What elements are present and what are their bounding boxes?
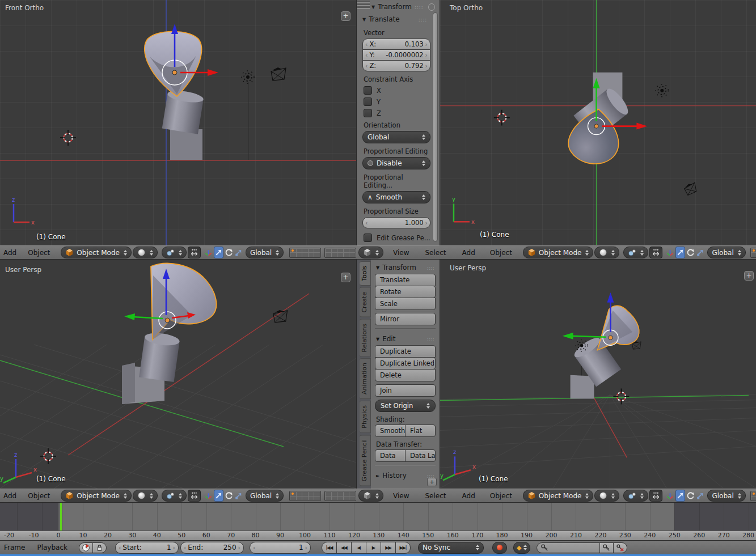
duplicate-linked-button[interactable]: Duplicate Linked: [375, 357, 436, 370]
playback-button-0[interactable]: |◀◀: [322, 542, 337, 554]
decrement-icon[interactable]: ‹: [119, 544, 121, 551]
current-frame-marker[interactable]: [60, 503, 62, 530]
cylinder-object[interactable]: [139, 331, 180, 382]
editor-type-dropdown[interactable]: [358, 490, 383, 502]
viewport-front-ortho[interactable]: z x Front Ortho (1) Cone +: [0, 0, 356, 245]
viewport-top-ortho[interactable]: y x Top Ortho (1) Cone: [440, 0, 756, 245]
auto-keyframe-button[interactable]: [492, 542, 507, 554]
decrement-icon[interactable]: ‹: [365, 52, 368, 58]
viewport-top-canvas[interactable]: y x: [440, 0, 756, 245]
sidebar-expand-button[interactable]: +: [341, 11, 350, 21]
playback-button-3[interactable]: ▶: [366, 542, 381, 554]
decrement-icon[interactable]: ‹: [365, 41, 368, 48]
decrement-icon[interactable]: ‹: [365, 220, 368, 226]
cone-object-selected[interactable]: [151, 264, 216, 339]
orientation-dropdown[interactable]: Global: [246, 490, 284, 502]
sync-dropdown[interactable]: No Sync: [418, 542, 484, 554]
menu-add[interactable]: Add: [2, 492, 22, 500]
vector-y-field[interactable]: ‹ Y: -0.0000002 ›: [362, 49, 430, 61]
playback-button-5[interactable]: ▶▶|: [395, 542, 411, 554]
keying-set-field[interactable]: [537, 542, 600, 553]
orientation-select[interactable]: Global: [362, 131, 430, 143]
mode-dropdown[interactable]: Object Mode: [61, 490, 132, 502]
move-manipulator[interactable]: [563, 292, 618, 345]
toolshelf-tab-animation[interactable]: Animation: [360, 358, 371, 399]
panel-header-translate[interactable]: ▼ Translate ::::: [357, 12, 440, 25]
menu-add[interactable]: Add: [457, 492, 480, 500]
pivot-point-dropdown[interactable]: [162, 490, 187, 502]
playback-button-2[interactable]: ◀: [351, 542, 366, 554]
playback-button-4[interactable]: ▶▶: [381, 542, 396, 554]
manipulator-translate-button[interactable]: [214, 247, 223, 258]
decrement-icon[interactable]: ‹: [184, 544, 186, 551]
manipulator-scale-button[interactable]: [696, 490, 704, 502]
checkbox-x[interactable]: [364, 86, 372, 95]
viewport-persp-left[interactable]: z x y User Persp (1) Cone +: [0, 260, 356, 489]
toolshelf-tab-physics[interactable]: Physics: [360, 401, 371, 433]
orientation-dropdown[interactable]: Global: [246, 247, 284, 258]
proportional-size-field[interactable]: ‹ 1.000 ›: [362, 217, 430, 228]
camera-object[interactable]: [683, 182, 698, 196]
menu-select[interactable]: Select: [420, 492, 451, 500]
orientation-dropdown[interactable]: Global: [707, 490, 745, 502]
menu-object[interactable]: Object: [23, 249, 55, 257]
add-panel-button[interactable]: +: [427, 478, 437, 486]
increment-icon[interactable]: ›: [173, 544, 175, 551]
insert-keyframe-button[interactable]: [599, 542, 614, 553]
delete-keyframe-button[interactable]: [613, 542, 627, 553]
orientation-dropdown[interactable]: Global: [707, 247, 745, 258]
translate-button[interactable]: Translate: [375, 274, 436, 286]
data-button[interactable]: Data: [375, 449, 406, 462]
checkbox-z[interactable]: [364, 109, 372, 117]
start-frame-field[interactable]: ‹ Start: 1 ›: [115, 542, 179, 554]
menu-view[interactable]: View: [388, 492, 414, 500]
panel-pin-icon[interactable]: [428, 3, 435, 11]
manipulator-axis-button[interactable]: [204, 490, 213, 502]
viewport-persp-right-canvas[interactable]: z x y: [440, 260, 756, 488]
area-menu-grip[interactable]: [357, 1, 370, 9]
cylinder-object[interactable]: [162, 88, 204, 134]
manipulator-toggle-button[interactable]: [649, 247, 662, 258]
increment-icon[interactable]: ›: [425, 220, 428, 226]
manipulator-toggle-button[interactable]: [188, 490, 201, 502]
manipulator-rotate-button[interactable]: [686, 247, 695, 258]
viewport-shading-dropdown[interactable]: [133, 247, 158, 258]
layers-grid-2[interactable]: [324, 491, 356, 501]
shade-flat-button[interactable]: Flat: [405, 425, 436, 437]
toolshelf-tab-tools[interactable]: Tools: [360, 261, 371, 286]
menu-view[interactable]: View: [388, 249, 414, 257]
mode-dropdown[interactable]: Object Mode: [61, 247, 132, 258]
panel-header-history[interactable]: ► History ::::: [375, 469, 436, 481]
panel-header-transform[interactable]: ▼ Transform ::::: [375, 261, 436, 273]
manipulator-axis-button[interactable]: [204, 247, 213, 258]
manipulator-translate-button[interactable]: [675, 490, 685, 502]
increment-icon[interactable]: ›: [425, 63, 428, 69]
playback-button-1[interactable]: ◀◀: [336, 542, 352, 554]
lock-time-cursor-button[interactable]: [92, 542, 107, 553]
menu-frame[interactable]: Frame: [3, 544, 30, 551]
layers-grid-2[interactable]: [324, 248, 356, 258]
layers-grid-1[interactable]: [289, 491, 321, 501]
menu-object[interactable]: Object: [485, 249, 517, 257]
decrement-icon[interactable]: ‹: [365, 63, 368, 69]
viewport-persp-right[interactable]: z x y User Persp (1) Cone +: [440, 260, 756, 489]
mirror-button[interactable]: Mirror: [375, 313, 436, 325]
toolshelf-tab-create[interactable]: Create: [360, 287, 371, 317]
rotate-button[interactable]: Rotate: [375, 286, 436, 298]
menu-select[interactable]: Select: [420, 249, 451, 257]
manipulator-rotate-button[interactable]: [686, 490, 695, 502]
viewport-shading-dropdown[interactable]: [594, 247, 619, 258]
shade-smooth-button[interactable]: Smooth: [375, 425, 406, 437]
viewport-front-canvas[interactable]: z x: [0, 0, 356, 245]
manipulator-rotate-button[interactable]: [225, 247, 233, 258]
increment-icon[interactable]: ›: [425, 52, 428, 58]
layers-grid-1[interactable]: [750, 248, 756, 258]
cone-object-selected[interactable]: [145, 32, 202, 97]
panel-header-edit[interactable]: ▼ Edit ::::: [375, 332, 436, 345]
lamp-object[interactable]: [242, 71, 254, 83]
menu-add[interactable]: Add: [2, 249, 22, 257]
manipulator-axis-button[interactable]: [666, 490, 674, 502]
end-frame-field[interactable]: ‹ End: 250 ›: [180, 542, 244, 554]
falloff-select[interactable]: ∧ Smooth: [362, 191, 430, 203]
increment-icon[interactable]: ›: [238, 544, 240, 551]
